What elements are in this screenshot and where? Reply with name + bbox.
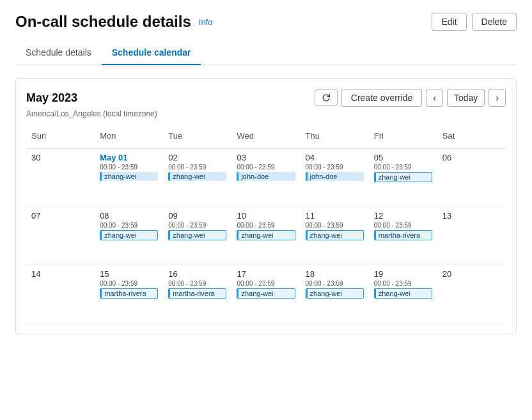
day-number: 19	[374, 269, 432, 279]
day-number: 16	[168, 269, 226, 279]
day-headers-row: Sun Mon Tue Wed Thu Fri Sat	[26, 128, 506, 149]
refresh-button[interactable]	[315, 89, 338, 106]
event-user-name: zhang-wei	[310, 231, 342, 239]
calendar-event[interactable]: martha-rivera	[374, 230, 432, 240]
calendar-event[interactable]: zhang-wei	[168, 172, 226, 181]
event-time: 00:00 - 23:59	[374, 222, 432, 229]
day-cell-1-0: 07	[26, 207, 95, 265]
calendar-event[interactable]: zhang-wei	[168, 230, 226, 240]
day-number: 18	[306, 269, 364, 279]
day-number: 09	[168, 211, 226, 221]
day-header-fri: Fri	[369, 128, 437, 143]
day-cell-2-2: 1600:00 - 23:59martha-rivera	[163, 265, 231, 323]
event-time: 00:00 - 23:59	[100, 280, 158, 287]
calendar-title-group: May 2023	[26, 91, 77, 105]
calendar-event[interactable]: zhang-wei	[100, 230, 158, 240]
event-user-name: john-doe	[310, 173, 338, 180]
day-number: 03	[237, 153, 295, 162]
calendar-event[interactable]: zhang-wei	[306, 230, 364, 240]
event-time: 00:00 - 23:59	[306, 222, 364, 229]
delete-button[interactable]: Delete	[472, 13, 517, 31]
day-cell-2-6: 20	[437, 265, 506, 323]
calendar-event[interactable]: martha-rivera	[168, 288, 226, 299]
calendar-event[interactable]: martha-rivera	[100, 288, 158, 299]
event-user-name: martha-rivera	[104, 290, 146, 297]
page-header: On-call schedule details Info Edit Delet…	[15, 13, 517, 31]
day-number: 08	[100, 211, 158, 221]
day-cell-2-0: 14	[26, 265, 95, 323]
event-time: 00:00 - 23:59	[168, 280, 226, 287]
day-number: 05	[374, 153, 432, 162]
day-header-sun: Sun	[26, 128, 95, 143]
calendar-grid: Sun Mon Tue Wed Thu Fri Sat 30May 0100:0…	[26, 128, 506, 323]
event-time: 00:00 - 23:59	[374, 280, 432, 287]
day-header-wed: Wed	[231, 128, 300, 143]
calendar-timezone: America/Los_Angeles (local timezone)	[26, 109, 506, 118]
day-number: 14	[31, 269, 90, 279]
header-actions: Edit Delete	[432, 13, 517, 31]
edit-button[interactable]: Edit	[432, 13, 466, 31]
event-time: 00:00 - 23:59	[237, 222, 295, 229]
page-container: On-call schedule details Info Edit Delet…	[0, 0, 532, 420]
calendar-event[interactable]: john-doe	[306, 172, 364, 181]
day-number: 13	[442, 211, 501, 221]
event-user-name: zhang-wei	[104, 231, 136, 239]
calendar-event[interactable]: zhang-wei	[237, 288, 295, 299]
day-cell-1-1: 0800:00 - 23:59zhang-wei	[95, 207, 163, 265]
header-left: On-call schedule details Info	[15, 13, 212, 31]
day-number: 06	[442, 153, 501, 162]
day-cell-2-4: 1800:00 - 23:59zhang-wei	[301, 265, 369, 323]
day-number: May 01	[100, 153, 158, 162]
calendar-event[interactable]: zhang-wei	[374, 172, 432, 182]
calendar-container: May 2023 Create override ‹ Today › Ameri…	[15, 78, 517, 334]
day-cell-0-3: 0300:00 - 23:59john-doe	[231, 149, 300, 206]
event-time: 00:00 - 23:59	[306, 164, 364, 171]
day-cell-1-5: 1200:00 - 23:59martha-rivera	[369, 207, 437, 265]
calendar-event[interactable]: zhang-wei	[237, 230, 295, 240]
event-user-name: zhang-wei	[104, 173, 136, 180]
day-number: 15	[100, 269, 158, 279]
day-header-mon: Mon	[95, 128, 163, 143]
day-number: 30	[31, 153, 90, 162]
day-cell-1-3: 1000:00 - 23:59zhang-wei	[231, 207, 300, 265]
event-user-name: martha-rivera	[173, 290, 214, 297]
day-cell-1-6: 13	[437, 207, 506, 265]
event-user-name: zhang-wei	[379, 290, 411, 297]
tab-schedule-calendar[interactable]: Schedule calendar	[102, 41, 201, 65]
calendar-event[interactable]: john-doe	[237, 172, 295, 181]
week-row-1: 070800:00 - 23:59zhang-wei0900:00 - 23:5…	[26, 207, 506, 265]
page-title: On-call schedule details	[15, 13, 191, 31]
day-cell-0-5: 0500:00 - 23:59zhang-wei	[369, 149, 437, 206]
day-cell-1-4: 1100:00 - 23:59zhang-wei	[301, 207, 369, 265]
event-user-name: zhang-wei	[241, 231, 273, 239]
day-cell-0-0: 30	[26, 149, 95, 206]
prev-button[interactable]: ‹	[426, 89, 443, 107]
calendar-event[interactable]: zhang-wei	[306, 288, 364, 299]
tab-schedule-details[interactable]: Schedule details	[15, 41, 102, 65]
day-cell-2-5: 1900:00 - 23:59zhang-wei	[369, 265, 437, 323]
day-header-thu: Thu	[301, 128, 369, 143]
day-number: 02	[168, 153, 226, 162]
create-override-button[interactable]: Create override	[341, 89, 423, 107]
day-number: 07	[31, 211, 90, 221]
week-row-2: 141500:00 - 23:59martha-rivera1600:00 - …	[26, 265, 506, 323]
info-link[interactable]: Info	[199, 17, 213, 27]
tabs-container: Schedule details Schedule calendar	[15, 41, 517, 65]
calendar-weeks: 30May 0100:00 - 23:59zhang-wei0200:00 - …	[26, 149, 506, 323]
day-cell-2-3: 1700:00 - 23:59zhang-wei	[231, 265, 300, 323]
calendar-event[interactable]: zhang-wei	[374, 288, 432, 299]
event-time: 00:00 - 23:59	[100, 222, 158, 229]
calendar-month-year: May 2023	[26, 91, 77, 105]
event-time: 00:00 - 23:59	[306, 280, 364, 287]
event-time: 00:00 - 23:59	[168, 164, 226, 171]
event-time: 00:00 - 23:59	[100, 164, 158, 171]
next-button[interactable]: ›	[489, 89, 506, 107]
calendar-event[interactable]: zhang-wei	[100, 172, 158, 181]
today-button[interactable]: Today	[447, 89, 485, 107]
day-number: 12	[374, 211, 432, 221]
calendar-header: May 2023 Create override ‹ Today ›	[26, 89, 506, 107]
event-user-name: zhang-wei	[173, 231, 205, 239]
day-cell-0-4: 0400:00 - 23:59john-doe	[301, 149, 369, 206]
calendar-controls: Create override ‹ Today ›	[315, 89, 506, 107]
day-header-tue: Tue	[163, 128, 231, 143]
